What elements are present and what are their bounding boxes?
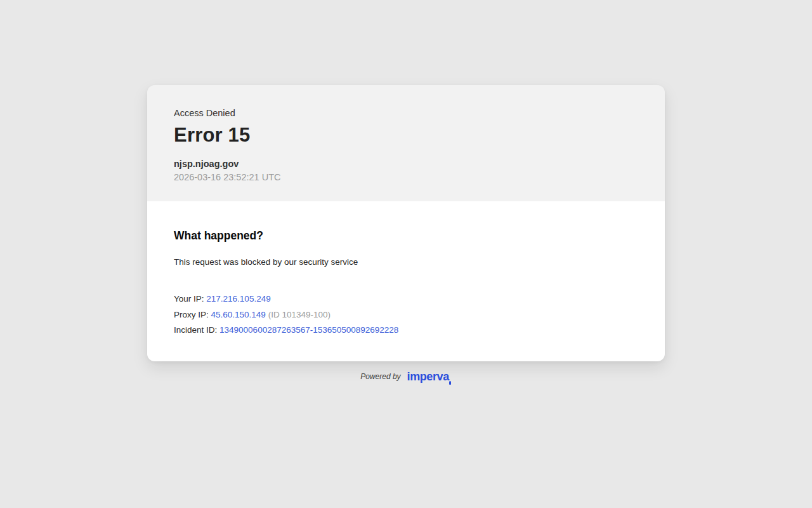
proxy-ip-row: Proxy IP: 45.60.150.149 (ID 101349-100) — [174, 310, 638, 319]
imperva-logo[interactable]: imperva — [407, 371, 452, 382]
error-card-header: Access Denied Error 15 njsp.njoag.gov 20… — [147, 85, 665, 201]
blocked-hostname: njsp.njoag.gov — [174, 159, 638, 169]
powered-by-label: Powered by — [360, 372, 400, 381]
access-denied-label: Access Denied — [174, 108, 638, 118]
footer: Powered by imperva — [360, 371, 452, 382]
your-ip-row: Your IP: 217.216.105.249 — [174, 294, 638, 304]
proxy-ip-value: 45.60.150.149 — [211, 310, 266, 319]
proxy-ip-label: Proxy IP: — [174, 310, 209, 319]
your-ip-label: Your IP: — [174, 294, 204, 304]
incident-id-label: Incident ID: — [174, 325, 217, 335]
error-card-body: What happened? This request was blocked … — [147, 201, 665, 361]
your-ip-value: 217.216.105.249 — [206, 294, 270, 304]
timestamp: 2026-03-16 23:52:21 UTC — [174, 172, 638, 182]
error-title: Error 15 — [174, 124, 638, 147]
proxy-id-value: (ID 101349-100) — [268, 310, 331, 319]
block-description: This request was blocked by our security… — [174, 257, 638, 267]
page: Access Denied Error 15 njsp.njoag.gov 20… — [0, 0, 812, 508]
incident-id-value: 1349000600287263567-153650500892692228 — [219, 325, 398, 335]
what-happened-heading: What happened? — [174, 229, 638, 243]
incident-id-row: Incident ID: 1349000600287263567-1536505… — [174, 325, 638, 335]
error-card: Access Denied Error 15 njsp.njoag.gov 20… — [147, 85, 665, 361]
